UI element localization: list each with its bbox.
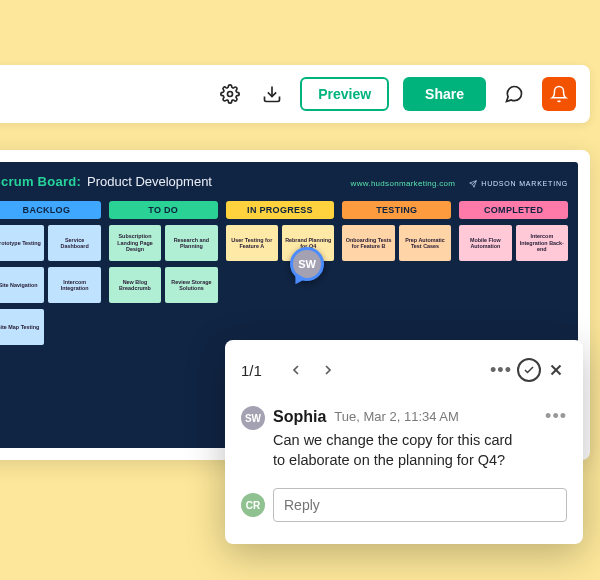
preview-button[interactable]: Preview xyxy=(300,77,389,111)
board-column: BACKLOGPrototype TestingService Dashboar… xyxy=(0,201,101,345)
board-column: TESTINGOnboarding Tests for Feature BPre… xyxy=(342,201,451,345)
column-header: TO DO xyxy=(109,201,218,219)
column-header: COMPLETED xyxy=(459,201,568,219)
board-card[interactable]: User Testing for Feature A xyxy=(226,225,278,261)
board-card[interactable]: Intercom Integration Back-end xyxy=(516,225,568,261)
comment-body: Can we change the copy for this card to … xyxy=(273,431,528,470)
bell-icon[interactable] xyxy=(542,77,576,111)
share-button[interactable]: Share xyxy=(403,77,486,111)
board-title-prefix: Scrum Board: xyxy=(0,174,81,189)
reply-avatar: CR xyxy=(241,493,265,517)
board-card[interactable]: Research and Planning xyxy=(165,225,217,261)
board-card[interactable]: Mobile Flow Automation xyxy=(459,225,511,261)
comment-more-icon[interactable]: ••• xyxy=(545,406,567,427)
column-header: BACKLOG xyxy=(0,201,101,219)
comment-panel: 1/1 ••• SW Sophia Tue, Mar 2, 11:34 AM xyxy=(225,340,583,544)
comment-icon[interactable] xyxy=(500,80,528,108)
board-card[interactable]: Prototype Testing xyxy=(0,225,44,261)
board-brand-text: HUDSON MARKETING xyxy=(481,180,568,187)
board-card[interactable]: Review Storage Solutions xyxy=(165,267,217,303)
board-card[interactable]: New Blog Breadcrumb xyxy=(109,267,161,303)
board-card[interactable]: Site Navigation xyxy=(0,267,44,303)
download-icon[interactable] xyxy=(258,80,286,108)
comment-pager: 1/1 xyxy=(241,362,262,379)
board-card[interactable]: Prep Automatic Test Cases xyxy=(399,225,451,261)
board-card[interactable]: Intercom Integration xyxy=(48,267,100,303)
comment-author-name: Sophia xyxy=(273,408,326,426)
next-comment-button[interactable] xyxy=(314,356,342,384)
board-brand: HUDSON MARKETING xyxy=(469,180,568,188)
board-card[interactable]: Onboarding Tests for Feature B xyxy=(342,225,394,261)
board-column: TO DOSubscription Landing Page DesignRes… xyxy=(109,201,218,345)
gear-icon[interactable] xyxy=(216,80,244,108)
board-title-subject: Product Development xyxy=(87,174,212,189)
column-header: TESTING xyxy=(342,201,451,219)
board-card[interactable]: Site Map Testing xyxy=(0,309,44,345)
column-header: IN PROGRESS xyxy=(226,201,335,219)
board-card[interactable]: Subscription Landing Page Design xyxy=(109,225,161,261)
comment-timestamp: Tue, Mar 2, 11:34 AM xyxy=(334,409,459,424)
reply-input[interactable] xyxy=(273,488,567,522)
prev-comment-button[interactable] xyxy=(282,356,310,384)
board-card[interactable]: Service Dashboard xyxy=(48,225,100,261)
board-site-link[interactable]: www.hudsonmarketing.com xyxy=(351,179,456,188)
resolve-button[interactable] xyxy=(517,358,541,382)
board-column: COMPLETEDMobile Flow AutomationIntercom … xyxy=(459,201,568,345)
svg-point-0 xyxy=(228,92,233,97)
close-icon[interactable] xyxy=(545,359,567,381)
app-toolbar: Preview Share xyxy=(0,65,590,123)
panel-more-icon[interactable]: ••• xyxy=(489,360,513,381)
comment-author-avatar: SW xyxy=(241,406,265,430)
